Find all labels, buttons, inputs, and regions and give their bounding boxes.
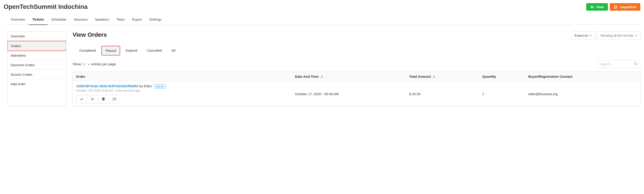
export-as-label: Export As	[574, 34, 588, 38]
tab-speakers[interactable]: Speakers	[91, 15, 113, 25]
view-button-label: View	[596, 5, 604, 9]
sidebar-item-orders[interactable]: Orders	[7, 41, 66, 51]
sidebar: Overview Orders Attendees Discount Codes…	[7, 31, 66, 106]
subtab-cancelled[interactable]: Cancelled	[143, 46, 166, 55]
sidebar-item-label: Orders	[11, 44, 21, 48]
table-row: 1320cf2f-0c2c-4233-9c5f-b2164ef5b063 by …	[73, 81, 640, 106]
header-actions: View Unpublish	[586, 3, 640, 11]
tab-team[interactable]: Team	[113, 15, 128, 25]
eye-icon	[590, 5, 594, 9]
page-title: OpenTechSummit Indochina	[4, 3, 88, 10]
order-meta: October 17th 2020, 9:40 AM - a few secon…	[76, 89, 289, 92]
row-actions	[76, 95, 120, 104]
status-badge: placed	[154, 84, 166, 88]
cell-date: October 17, 2020 - 09:40 AM	[292, 81, 406, 106]
tab-scheduler[interactable]: Scheduler	[48, 15, 70, 25]
tab-tickets[interactable]: Tickets	[29, 15, 48, 25]
table-header-row: Order Date And Time Total Amount Quantit…	[73, 72, 640, 81]
entries-count: 10	[82, 62, 86, 66]
subtab-placed[interactable]: Placed	[102, 46, 120, 55]
sort-icon	[433, 76, 435, 78]
col-buyer[interactable]: Buyer/Registration Contact	[525, 72, 640, 81]
chevron-down-icon	[590, 35, 592, 36]
sidebar-item-access-codes[interactable]: Access Codes	[8, 70, 66, 79]
subtab-completed[interactable]: Completed	[76, 46, 100, 55]
entries-per-page[interactable]: Show 10 entries per page	[72, 62, 116, 66]
orders-table: Order Date And Time Total Amount Quantit…	[72, 72, 640, 106]
trash-icon	[102, 98, 105, 101]
sidebar-item-overview[interactable]: Overview	[8, 32, 66, 41]
svg-rect-8	[103, 98, 104, 98]
subtab-expired[interactable]: Expired	[122, 46, 141, 55]
check-icon	[80, 98, 83, 101]
search-input[interactable]	[600, 62, 632, 66]
sort-icon	[321, 76, 323, 78]
delete-button[interactable]	[98, 95, 109, 103]
ban-icon	[614, 5, 618, 9]
svg-line-3	[636, 64, 638, 65]
export-as-dropdown[interactable]: Export As	[571, 31, 595, 40]
entries-prefix: Show	[72, 62, 81, 66]
svg-rect-6	[102, 98, 104, 100]
subtab-all[interactable]: All	[168, 46, 179, 55]
cell-order: 1320cf2f-0c2c-4233-9c5f-b2164ef5b063 by …	[73, 81, 292, 106]
col-quantity[interactable]: Quantity	[479, 72, 525, 81]
active-pointer-icon	[64, 44, 66, 48]
main-nav: Overview Tickets Scheduler Sessions Spea…	[4, 15, 640, 25]
tab-settings[interactable]: Settings	[146, 15, 165, 25]
col-order[interactable]: Order	[73, 72, 292, 81]
col-amount[interactable]: Total Amount	[406, 72, 479, 81]
approve-button[interactable]	[76, 95, 87, 103]
reject-button[interactable]	[87, 95, 98, 103]
tab-export[interactable]: Export	[128, 15, 145, 25]
email-button[interactable]	[109, 95, 120, 103]
svg-line-1	[615, 6, 616, 8]
svg-point-2	[635, 62, 637, 64]
sidebar-item-discount-codes[interactable]: Discount Codes	[8, 60, 66, 70]
sidebar-item-add-order[interactable]: Add order	[8, 79, 66, 88]
entries-suffix: entries per page	[92, 62, 116, 66]
tab-overview[interactable]: Overview	[7, 15, 29, 25]
sidebar-item-attendees[interactable]: Attendees	[8, 51, 66, 60]
order-id-link[interactable]: 1320cf2f-0c2c-4233-9c5f-b2164ef5b063	[76, 84, 138, 88]
envelope-icon	[113, 98, 116, 101]
col-date[interactable]: Date And Time	[292, 72, 406, 81]
main-title: View Orders	[72, 31, 107, 38]
tab-sessions[interactable]: Sessions	[70, 15, 92, 25]
view-button[interactable]: View	[586, 3, 608, 11]
cell-quantity: 1	[479, 81, 525, 106]
svg-rect-7	[102, 98, 105, 98]
order-status-tabs: Completed Placed Expired Cancelled All	[72, 46, 640, 55]
records-filter-dropdown[interactable]: Showing all the records	[597, 31, 640, 40]
search-icon	[634, 62, 638, 66]
cell-amount: $ 20.00	[406, 81, 479, 106]
search-box[interactable]	[597, 60, 640, 68]
records-filter-label: Showing all the records	[600, 34, 633, 38]
col-date-label: Date And Time	[295, 74, 318, 78]
main-content: View Orders Export As Showing all the re…	[72, 31, 640, 106]
unpublish-button-label: Unpublish	[620, 5, 636, 9]
chevron-down-icon	[635, 35, 637, 36]
cell-buyer: eden@fossasia.org	[525, 81, 640, 106]
order-byline: by Eden	[139, 84, 152, 88]
close-icon	[91, 98, 94, 101]
unpublish-button[interactable]: Unpublish	[610, 3, 640, 11]
col-amount-label: Total Amount	[409, 74, 431, 78]
chevron-down-icon	[88, 64, 90, 65]
